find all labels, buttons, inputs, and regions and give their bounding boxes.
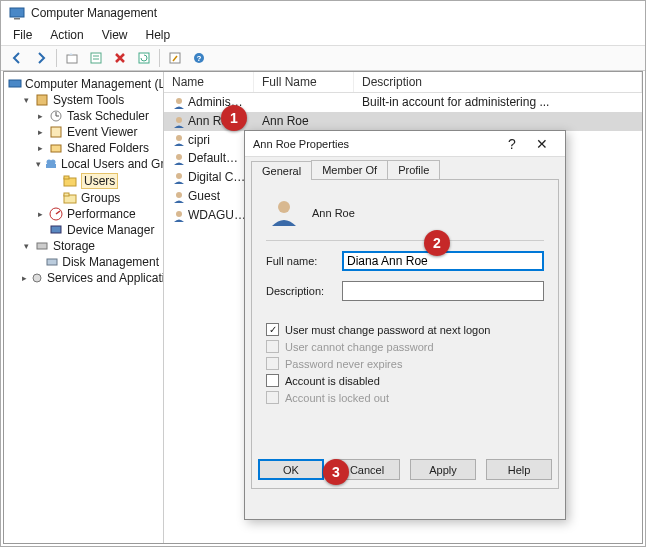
delete-button[interactable] <box>109 47 131 69</box>
check-must-change[interactable]: ✓User must change password at next logon <box>266 323 544 336</box>
svg-rect-21 <box>64 176 69 179</box>
dialog-buttons: OK Cancel Apply Help <box>252 459 558 480</box>
input-description[interactable] <box>342 281 544 301</box>
tree-performance[interactable]: ▸Performance <box>34 206 161 222</box>
caret-right-icon[interactable]: ▸ <box>36 210 45 219</box>
svg-rect-19 <box>46 164 56 168</box>
tree-task-scheduler[interactable]: ▸Task Scheduler <box>34 108 161 124</box>
export-button[interactable] <box>164 47 186 69</box>
col-name[interactable]: Name <box>164 72 254 92</box>
user-icon <box>172 133 186 147</box>
tree-system-tools[interactable]: ▾System Tools <box>20 92 161 108</box>
forward-button[interactable] <box>30 47 52 69</box>
user-icon <box>172 190 186 204</box>
tree-services[interactable]: ▸Services and Applications <box>20 270 161 286</box>
menu-file[interactable]: File <box>5 26 40 44</box>
dialog-title: Ann Roe Properties <box>253 138 497 150</box>
col-description[interactable]: Description <box>354 72 642 92</box>
dialog-close-button[interactable]: ✕ <box>527 136 557 152</box>
caret-right-icon[interactable]: ▸ <box>36 128 45 137</box>
svg-rect-10 <box>9 80 21 87</box>
svg-text:?: ? <box>197 54 202 63</box>
svg-rect-27 <box>47 259 57 265</box>
svg-rect-3 <box>91 53 101 63</box>
svg-rect-16 <box>51 145 61 152</box>
menubar: File Action View Help <box>1 25 645 45</box>
help-button[interactable]: ? <box>188 47 210 69</box>
callout-2: 2 <box>424 230 450 256</box>
svg-rect-26 <box>37 243 47 249</box>
menu-view[interactable]: View <box>94 26 136 44</box>
titlebar: Computer Management <box>1 1 645 25</box>
caret-right-icon[interactable]: ▸ <box>36 144 45 153</box>
back-button[interactable] <box>6 47 28 69</box>
tree-root[interactable]: Computer Management (Local) <box>6 76 161 92</box>
svg-point-34 <box>176 192 182 198</box>
caret-right-icon[interactable]: ▸ <box>22 274 27 283</box>
svg-point-30 <box>176 117 182 123</box>
tree-groups[interactable]: Groups <box>48 190 161 206</box>
user-icon <box>172 209 186 223</box>
list-header: Name Full Name Description <box>164 72 642 93</box>
tree-shared-folders[interactable]: ▸Shared Folders <box>34 140 161 156</box>
properties-button[interactable] <box>85 47 107 69</box>
user-icon <box>172 96 186 110</box>
svg-point-31 <box>176 135 182 141</box>
svg-rect-2 <box>67 55 77 63</box>
label-fullname: Full name: <box>266 255 342 267</box>
tree-users[interactable]: Users <box>48 172 161 190</box>
user-avatar-icon <box>268 196 300 230</box>
dialog-titlebar: Ann Roe Properties ? ✕ <box>245 131 565 157</box>
svg-point-18 <box>51 160 56 165</box>
tree-event-viewer[interactable]: ▸Event Viewer <box>34 124 161 140</box>
tree-storage[interactable]: ▾Storage <box>20 238 161 254</box>
tree-disk-management[interactable]: Disk Management <box>34 254 161 270</box>
user-properties-dialog: Ann Roe Properties ? ✕ General Member Of… <box>244 130 566 520</box>
apply-button[interactable]: Apply <box>410 459 476 480</box>
svg-rect-1 <box>14 18 20 20</box>
tree-device-manager[interactable]: Device Manager <box>34 222 161 238</box>
tree-local-users-groups[interactable]: ▾Local Users and Groups <box>34 156 161 172</box>
toolbar: ? <box>1 45 645 71</box>
svg-point-28 <box>33 274 41 282</box>
dialog-tabs: General Member Of Profile <box>245 157 565 179</box>
svg-rect-0 <box>10 8 24 17</box>
svg-rect-15 <box>51 127 61 137</box>
svg-rect-23 <box>64 193 69 196</box>
caret-down-icon[interactable]: ▾ <box>22 96 31 105</box>
app-icon <box>9 5 25 21</box>
window-title: Computer Management <box>31 6 157 20</box>
svg-point-33 <box>176 173 182 179</box>
svg-point-35 <box>176 211 182 217</box>
user-icon <box>172 115 186 129</box>
user-icon <box>172 171 186 185</box>
menu-action[interactable]: Action <box>42 26 91 44</box>
svg-point-36 <box>278 201 290 213</box>
help-button[interactable]: Help <box>486 459 552 480</box>
menu-help[interactable]: Help <box>138 26 179 44</box>
svg-rect-11 <box>37 95 47 105</box>
tab-member-of[interactable]: Member Of <box>311 160 388 179</box>
svg-point-32 <box>176 154 182 160</box>
col-fullname[interactable]: Full Name <box>254 72 354 92</box>
caret-down-icon[interactable]: ▾ <box>36 160 41 169</box>
tab-general[interactable]: General <box>251 161 312 180</box>
caret-down-icon[interactable]: ▾ <box>22 242 31 251</box>
check-cannot-change: User cannot change password <box>266 340 544 353</box>
check-account-disabled[interactable]: Account is disabled <box>266 374 544 387</box>
check-never-expires: Password never expires <box>266 357 544 370</box>
callout-3: 3 <box>323 459 349 485</box>
svg-point-29 <box>176 98 182 104</box>
nav-tree[interactable]: Computer Management (Local) ▾System Tool… <box>4 72 164 543</box>
ok-button[interactable]: OK <box>258 459 324 480</box>
svg-rect-25 <box>51 226 61 233</box>
dialog-username: Ann Roe <box>312 207 355 219</box>
refresh-button[interactable] <box>133 47 155 69</box>
callout-1: 1 <box>221 105 247 131</box>
check-account-locked: Account is locked out <box>266 391 544 404</box>
user-icon <box>172 152 186 166</box>
up-button[interactable] <box>61 47 83 69</box>
tab-profile[interactable]: Profile <box>387 160 440 179</box>
caret-right-icon[interactable]: ▸ <box>36 112 45 121</box>
dialog-help-button[interactable]: ? <box>497 136 527 152</box>
